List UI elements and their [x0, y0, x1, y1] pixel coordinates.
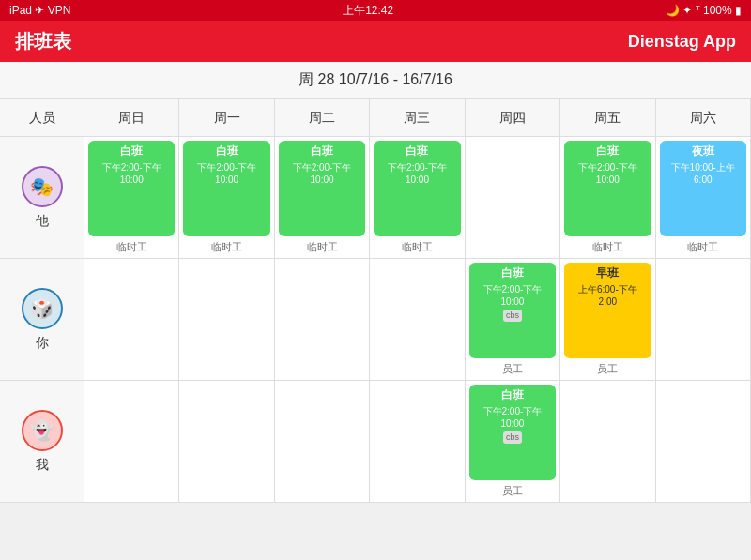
cbs-badge: cbs	[503, 431, 522, 445]
col-header-周二: 周二	[275, 99, 370, 137]
sched-cell-p1-d2[interactable]	[275, 259, 370, 381]
week-label: 周 28 10/7/16 - 16/7/16	[299, 70, 452, 90]
shift-role: 员工	[469, 362, 556, 376]
status-bar: iPad ✈ VPN 上午12:42 🌙 ✦ ᵀ 100% ▮	[0, 0, 751, 21]
person-cell-0: 🎭他	[0, 137, 84, 259]
app-title-right: Dienstag App	[628, 32, 736, 52]
shift-name: 白班	[596, 144, 619, 159]
shift-time: 下午2:00-下午 10:00	[379, 161, 454, 186]
shift-card: 白班下午2:00-下午 10:00	[564, 141, 651, 236]
sched-cell-p2-d2[interactable]	[275, 381, 370, 503]
shift-role: 临时工	[279, 240, 365, 254]
col-header-周日: 周日	[84, 99, 179, 137]
sched-cell-p0-d2[interactable]: 白班下午2:00-下午 10:00临时工	[275, 137, 370, 259]
person-name: 你	[36, 335, 49, 352]
shift-name: 白班	[216, 144, 238, 159]
shift-time: 下午2:00-下午 10:00	[475, 405, 550, 430]
sched-cell-p1-d6[interactable]	[656, 259, 751, 381]
shift-time: 上午6:00-下午2:00	[570, 283, 645, 308]
shift-time: 下午2:00-下午 10:00	[189, 161, 264, 186]
status-left: iPad ✈ VPN	[9, 4, 70, 17]
col-header-周六: 周六	[656, 99, 751, 137]
shift-card: 白班下午2:00-下午 10:00cbs	[469, 263, 556, 358]
avatar: 🎭	[22, 166, 63, 207]
status-right: 🌙 ✦ ᵀ 100% ▮	[666, 4, 742, 17]
shift-time: 下午2:00-下午 10:00	[570, 161, 645, 186]
col-header-周三: 周三	[370, 99, 465, 137]
shift-time: 下午2:00-下午 10:00	[284, 161, 360, 186]
shift-card: 白班下午2:00-下午 10:00	[183, 141, 269, 236]
sched-cell-p2-d1[interactable]	[179, 381, 274, 503]
shift-role: 临时工	[183, 240, 269, 254]
shift-card: 白班下午2:00-下午 10:00cbs	[469, 385, 556, 480]
sched-cell-p0-d4[interactable]	[466, 137, 560, 259]
shift-name: 白班	[501, 266, 524, 281]
shift-name: 夜班	[692, 144, 714, 159]
avatar: 👻	[22, 410, 63, 451]
status-time: 上午12:42	[343, 3, 393, 19]
week-header: 周 28 10/7/16 - 16/7/16	[0, 62, 751, 99]
person-name: 我	[36, 457, 49, 474]
sched-cell-p1-d5[interactable]: 早班上午6:00-下午2:00员工	[560, 259, 655, 381]
sched-cell-p2-d3[interactable]	[370, 381, 465, 503]
sched-cell-p0-d0[interactable]: 白班下午2:00-下午 10:00临时工	[84, 137, 179, 259]
col-header-周一: 周一	[179, 99, 274, 137]
sched-cell-p2-d5[interactable]	[560, 381, 655, 503]
shift-name: 白班	[311, 144, 333, 159]
sched-cell-p1-d3[interactable]	[370, 259, 465, 381]
app-header: 排班表 Dienstag App	[0, 21, 751, 62]
shift-name: 白班	[406, 144, 428, 159]
shift-time: 下午2:00-下午 10:00	[475, 283, 550, 308]
shift-role: 临时工	[88, 240, 175, 254]
shift-time: 下午2:00-下午 10:00	[94, 161, 169, 186]
shift-card: 夜班下午10:00-上午 6:00	[660, 141, 746, 236]
sched-cell-p2-d4[interactable]: 白班下午2:00-下午 10:00cbs员工	[466, 381, 560, 503]
shift-card: 白班下午2:00-下午 10:00	[279, 141, 365, 236]
sched-cell-p0-d3[interactable]: 白班下午2:00-下午 10:00临时工	[370, 137, 465, 259]
sched-cell-p0-d6[interactable]: 夜班下午10:00-上午 6:00临时工	[656, 137, 751, 259]
shift-card: 白班下午2:00-下午 10:00	[88, 141, 175, 236]
schedule-grid-container: 人员周日周一周二周三周四周五周六🎭他白班下午2:00-下午 10:00临时工白班…	[0, 99, 751, 560]
shift-card: 白班下午2:00-下午 10:00	[374, 141, 460, 236]
ipad-label: iPad ✈ VPN	[9, 4, 70, 17]
status-icons: 🌙 ✦ ᵀ 100% ▮	[666, 4, 742, 17]
col-header-人员: 人员	[0, 99, 84, 137]
shift-role: 临时工	[660, 240, 746, 254]
shift-name: 白班	[501, 388, 524, 403]
avatar: 🎲	[22, 288, 63, 329]
sched-cell-p0-d1[interactable]: 白班下午2:00-下午 10:00临时工	[179, 137, 274, 259]
app-title-left: 排班表	[15, 29, 71, 54]
shift-name: 白班	[120, 144, 143, 159]
shift-name: 早班	[596, 266, 619, 281]
sched-cell-p2-d6[interactable]	[656, 381, 751, 503]
sched-cell-p1-d4[interactable]: 白班下午2:00-下午 10:00cbs员工	[466, 259, 560, 381]
sched-cell-p1-d1[interactable]	[179, 259, 274, 381]
sched-cell-p2-d0[interactable]	[84, 381, 179, 503]
shift-role: 临时工	[564, 240, 651, 254]
person-name: 他	[36, 213, 49, 230]
sched-cell-p0-d5[interactable]: 白班下午2:00-下午 10:00临时工	[560, 137, 655, 259]
col-header-周四: 周四	[466, 99, 560, 137]
cbs-badge: cbs	[503, 310, 522, 323]
shift-role: 临时工	[374, 240, 460, 254]
person-cell-1: 🎲你	[0, 259, 84, 381]
person-cell-2: 👻我	[0, 381, 84, 503]
schedule-grid: 人员周日周一周二周三周四周五周六🎭他白班下午2:00-下午 10:00临时工白班…	[0, 99, 751, 503]
sched-cell-p1-d0[interactable]	[84, 259, 179, 381]
shift-card: 早班上午6:00-下午2:00	[564, 263, 651, 358]
col-header-周五: 周五	[560, 99, 655, 137]
shift-role: 员工	[564, 362, 651, 376]
shift-role: 员工	[469, 484, 556, 498]
shift-time: 下午10:00-上午 6:00	[666, 161, 741, 186]
